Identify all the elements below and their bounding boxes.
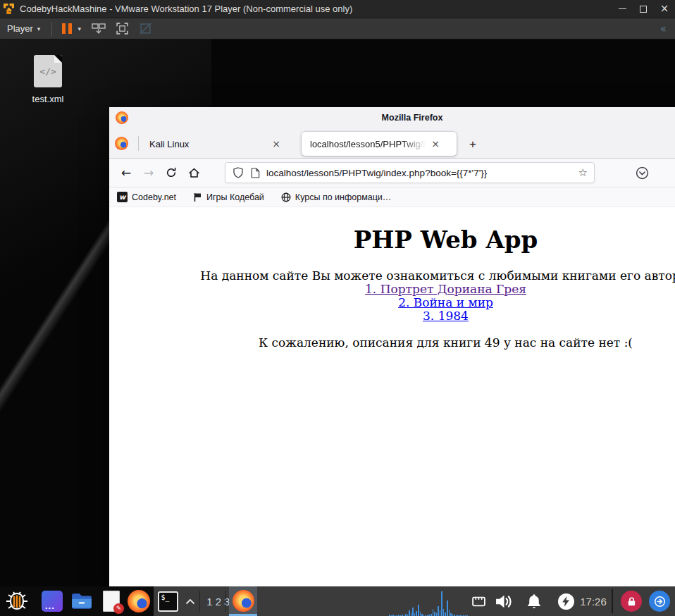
- panel-divider: [612, 589, 613, 613]
- bookmark-star-icon[interactable]: ☆: [578, 166, 588, 179]
- padlock-icon: [626, 596, 637, 607]
- bookmark-codeby[interactable]: w Codeby.net: [117, 192, 176, 202]
- bookmark-courses[interactable]: Курсы по информаци…: [281, 192, 392, 202]
- power-manager-tray-icon[interactable]: [555, 586, 576, 616]
- taskbar-firefox-window-button[interactable]: [229, 586, 257, 616]
- pocket-button[interactable]: [636, 166, 649, 180]
- chevron-down-icon: ▾: [37, 25, 41, 32]
- web-page-content: PHP Web App На данном сайте Вы можете оз…: [109, 207, 675, 586]
- notifications-tray-icon[interactable]: [523, 586, 545, 616]
- bookmarks-toolbar: w Codeby.net Игры Кодебай Курсы по инфор…: [109, 187, 675, 207]
- firefox-window: Mozilla Firefox Kali Linux × localhost/l…: [109, 107, 675, 586]
- page-footer-text: К сожалению, описания для книги 49 у нас…: [109, 336, 675, 350]
- unity-mode-icon: [139, 22, 152, 35]
- collapse-toolbar-button[interactable]: «: [660, 23, 667, 35]
- new-tab-button[interactable]: +: [464, 135, 482, 154]
- workspace-2[interactable]: 2: [216, 596, 221, 608]
- chevron-up-icon: [185, 598, 195, 605]
- lock-screen-button[interactable]: [619, 586, 644, 616]
- book-link-3[interactable]: 3. 1984: [109, 309, 675, 323]
- tab-label: localhost/lesson5/PHPTwig/i: [310, 139, 428, 149]
- minimize-icon: [619, 8, 626, 10]
- home-button[interactable]: [182, 167, 205, 178]
- folder-icon: [70, 592, 93, 610]
- reload-button[interactable]: [160, 167, 182, 178]
- unity-mode-button: [139, 22, 152, 35]
- ethernet-icon: [471, 596, 486, 608]
- logout-circle: [649, 591, 670, 612]
- book-link-1[interactable]: 1. Портрет Дориана Грея: [109, 283, 675, 296]
- page-intro-text: На данном сайте Вы можете ознакомиться с…: [109, 269, 675, 283]
- url-bar[interactable]: localhost/lesson5/PHPTwig/index.php?book…: [225, 162, 595, 183]
- firefox-view-button[interactable]: [115, 137, 128, 150]
- applications-menu-button[interactable]: [0, 586, 34, 616]
- back-button[interactable]: ←: [115, 166, 137, 180]
- desktop-file-test-xml[interactable]: </> test.xml: [17, 55, 79, 104]
- launcher-file-manager[interactable]: [69, 586, 94, 616]
- maximize-button[interactable]: [633, 0, 654, 18]
- close-button[interactable]: ×: [654, 0, 675, 18]
- bookmark-games[interactable]: Игры Кодебай: [193, 192, 264, 202]
- bookmark-label: Игры Кодебай: [206, 192, 264, 202]
- terminal-icon: $_: [158, 591, 178, 612]
- forward-button: →: [137, 166, 160, 180]
- suspend-vm-button[interactable]: [59, 23, 75, 34]
- pause-icon: [62, 23, 66, 34]
- bell-icon: [526, 593, 543, 610]
- page-title: PHP Web App: [109, 226, 675, 254]
- firefox-icon: [233, 590, 254, 612]
- speaker-icon: [495, 593, 514, 610]
- firefox-window-title: Mozilla Firefox: [349, 113, 476, 123]
- tab-separator: [138, 136, 139, 151]
- bookmark-label: Codeby.net: [132, 192, 176, 202]
- minimize-button[interactable]: [612, 0, 633, 18]
- desktop-file-label: test.xml: [17, 94, 79, 104]
- vm-desktop: </> test.xml Mozilla Firefox Kali Linux …: [0, 39, 675, 586]
- vmware-player-icon: [3, 3, 15, 15]
- launcher-app-window[interactable]: [39, 586, 65, 616]
- home-icon: [188, 167, 200, 178]
- pocket-icon: [636, 166, 649, 180]
- url-text[interactable]: localhost/lesson5/PHPTwig/index.php?book…: [266, 168, 578, 178]
- clock[interactable]: 17:26: [576, 586, 610, 616]
- tab-kali-linux[interactable]: Kali Linux ×: [143, 132, 297, 156]
- codeby-bug-icon: [4, 589, 30, 614]
- launcher-terminal[interactable]: $_: [155, 586, 180, 616]
- volume-tray-icon[interactable]: [492, 586, 516, 616]
- fullscreen-button[interactable]: [116, 22, 129, 35]
- flag-icon: [193, 192, 202, 202]
- workspace-1[interactable]: 1: [206, 596, 212, 608]
- network-manager-tray-icon[interactable]: [468, 586, 489, 616]
- text-editor-icon: [103, 591, 120, 612]
- player-menu-button[interactable]: Player ▾: [0, 23, 44, 34]
- tracking-protection-shield-icon[interactable]: [233, 167, 244, 178]
- xml-file-icon: </>: [34, 55, 62, 87]
- tab-close-icon[interactable]: ×: [428, 138, 442, 149]
- vmware-toolbar: Player ▾ ▾ «: [0, 18, 675, 39]
- page-info-icon[interactable]: [251, 168, 260, 178]
- tab-bar: Kali Linux × localhost/lesson5/PHPTwig/i…: [109, 128, 675, 159]
- navigation-toolbar: ← → localhost: [109, 159, 675, 187]
- suspend-dropdown-arrow[interactable]: ▾: [78, 25, 81, 32]
- ctrl-alt-del-icon: [92, 23, 106, 35]
- book-link-2[interactable]: 2. Война и мир: [109, 296, 675, 309]
- codeby-favicon: w: [117, 192, 128, 202]
- window-app-icon: [42, 591, 63, 612]
- logout-button[interactable]: [647, 586, 672, 616]
- close-icon: ×: [660, 4, 669, 14]
- lightning-icon: [562, 596, 570, 607]
- book-links: 1. Портрет Дориана Грея 2. Война и мир 3…: [109, 283, 675, 323]
- firefox-logo-icon: [116, 111, 128, 124]
- panel-divider: [199, 591, 200, 612]
- reload-icon: [166, 167, 177, 178]
- fullscreen-icon: [116, 22, 129, 35]
- lock-circle: [621, 591, 642, 612]
- tab-close-icon[interactable]: ×: [269, 138, 283, 149]
- panel-expand-button[interactable]: [182, 586, 199, 616]
- network-graph: [389, 588, 468, 616]
- launcher-firefox[interactable]: [125, 586, 152, 616]
- tab-localhost-active[interactable]: localhost/lesson5/PHPTwig/i ×: [302, 132, 457, 156]
- launcher-text-editor[interactable]: [99, 586, 124, 616]
- firefox-titlebar[interactable]: Mozilla Firefox: [109, 107, 675, 128]
- send-ctrl-alt-del-button[interactable]: [92, 23, 106, 35]
